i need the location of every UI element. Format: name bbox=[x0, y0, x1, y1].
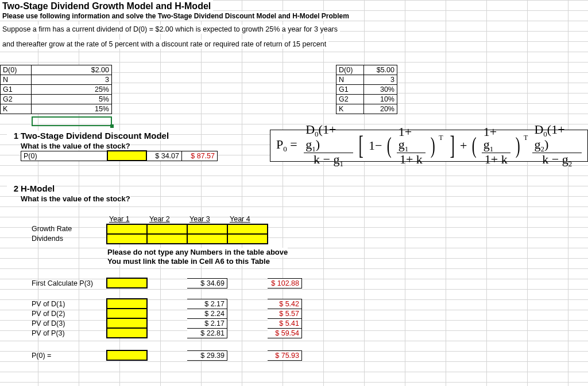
dividends-y2[interactable] bbox=[147, 234, 187, 244]
value-k[interactable]: 15% bbox=[32, 104, 112, 114]
label-k: K bbox=[1, 104, 32, 114]
pv-input[interactable] bbox=[107, 299, 147, 309]
inputs-table-b[interactable]: D(0)$5.00 N 3 G130% G210% K 20% bbox=[336, 65, 397, 114]
value-d0-b[interactable]: $5.00 bbox=[364, 65, 397, 75]
growth-rate-y4[interactable] bbox=[227, 224, 268, 234]
pv-label: PV of D(1) bbox=[29, 299, 107, 309]
value-g1-b[interactable]: 30% bbox=[364, 85, 397, 95]
growth-rate-label: Growth Rate bbox=[29, 224, 107, 234]
growth-rate-y3[interactable] bbox=[187, 224, 227, 234]
pv-result-a: $ 2.17 bbox=[187, 318, 227, 328]
inputs-table-a[interactable]: D(0)$2.00 N 3 G125% G25% K 15% bbox=[0, 65, 112, 114]
section-2-question: What is the value of the stock? bbox=[21, 194, 130, 203]
value-g2-b[interactable]: 10% bbox=[364, 95, 397, 104]
section-1-number: 1 bbox=[7, 131, 18, 141]
value-k-b[interactable]: 20% bbox=[364, 104, 397, 114]
year-2-header: Year 2 bbox=[147, 215, 187, 224]
table-row: PV of D(3)$ 2.17$ 5.41 bbox=[29, 318, 302, 328]
label-d0-b: D(0) bbox=[336, 65, 364, 75]
label-g1: G1 bbox=[1, 85, 32, 95]
pv-label: PV of D(3) bbox=[29, 318, 107, 328]
label-n: N bbox=[1, 75, 32, 85]
pv-input[interactable] bbox=[107, 328, 147, 338]
p0-final-table[interactable]: P(0) = $ 29.39 $ 75.93 bbox=[29, 350, 302, 361]
p0-result-b: $ 87.57 bbox=[182, 151, 218, 161]
dividends-y4[interactable] bbox=[227, 234, 268, 244]
problem-line-2: and thereafter grow at the rate of 5 per… bbox=[0, 40, 328, 49]
pv-result-b: $ 5.42 bbox=[268, 299, 302, 309]
label-k-b: K bbox=[336, 104, 364, 114]
two-stage-output-table[interactable]: P(0) $ 34.07 $ 87.57 bbox=[21, 150, 218, 161]
value-g1[interactable]: 25% bbox=[32, 85, 112, 95]
value-d0[interactable]: $2.00 bbox=[32, 65, 112, 75]
spreadsheet-area[interactable]: Two-Stage Dividend Growth Model and H-Mo… bbox=[0, 0, 588, 386]
p0-input[interactable] bbox=[107, 151, 146, 161]
pv-label: PV of D(2) bbox=[29, 309, 107, 318]
pv-input[interactable] bbox=[107, 318, 147, 328]
fcp3-table[interactable]: First Calculate P(3) $ 34.69 $ 102.88 bbox=[29, 278, 302, 288]
fcp3-input[interactable] bbox=[107, 278, 147, 288]
dividends-label: Dividends bbox=[29, 234, 107, 244]
section-2-number: 2 bbox=[7, 184, 18, 193]
note-1: Please do not type any Numbers in the ta… bbox=[107, 248, 288, 256]
label-g2: G2 bbox=[1, 95, 32, 104]
pv-result-b: $ 59.54 bbox=[268, 328, 302, 338]
table-row: PV of P(3)$ 22.81$ 59.54 bbox=[29, 328, 302, 338]
section-2-title: H-Model bbox=[21, 184, 55, 193]
value-n-b[interactable]: 3 bbox=[364, 75, 397, 85]
table-row: PV of D(2)$ 2.24$ 5.57 bbox=[29, 309, 302, 318]
fcp3-result-b: $ 102.88 bbox=[268, 278, 302, 288]
fcp3-label: First Calculate P(3) bbox=[29, 278, 107, 288]
pv-result-a: $ 2.17 bbox=[187, 299, 227, 309]
p0-final-input[interactable] bbox=[107, 350, 147, 360]
section-1-title: Two-Stage Dividend Discount Model bbox=[21, 131, 169, 141]
note-2: You must link the table in Cell A6 to th… bbox=[107, 257, 270, 266]
subtitle: Please use following information and sol… bbox=[0, 11, 351, 21]
dividends-y1[interactable] bbox=[107, 234, 147, 244]
year-1-header: Year 1 bbox=[107, 215, 147, 224]
label-d0: D(0) bbox=[1, 65, 32, 75]
title: Two-Stage Dividend Growth Model and H-Mo… bbox=[0, 0, 213, 13]
p0-label: P(0) bbox=[21, 151, 107, 161]
year-3-header: Year 3 bbox=[187, 215, 227, 224]
fcp3-result-a: $ 34.69 bbox=[187, 278, 227, 288]
section-1-question: What is the value of the stock? bbox=[21, 142, 130, 150]
p0-result-a: $ 34.07 bbox=[146, 151, 182, 161]
p0-final-a: $ 29.39 bbox=[187, 350, 227, 360]
value-n[interactable]: 3 bbox=[32, 75, 112, 85]
dividends-y3[interactable] bbox=[187, 234, 227, 244]
two-stage-formula: P0 = D0(1+ g1)k − g1 [ 1− ( 1+ g11+ k )T… bbox=[270, 130, 588, 162]
problem-line-1: Suppose a firm has a current dividend of… bbox=[0, 25, 340, 34]
pv-table[interactable]: PV of D(1)$ 2.17$ 5.42PV of D(2)$ 2.24$ … bbox=[29, 298, 302, 338]
p0-final-b: $ 75.93 bbox=[268, 350, 302, 360]
p0-final-label: P(0) = bbox=[29, 350, 107, 360]
label-g2-b: G2 bbox=[336, 95, 364, 104]
pv-result-a: $ 22.81 bbox=[187, 328, 227, 338]
label-g1-b: G1 bbox=[336, 85, 364, 95]
growth-rate-y1[interactable] bbox=[107, 224, 147, 234]
growth-rate-y2[interactable] bbox=[147, 224, 187, 234]
pv-result-a: $ 2.24 bbox=[187, 309, 227, 318]
table-row: PV of D(1)$ 2.17$ 5.42 bbox=[29, 299, 302, 309]
hmodel-years-table[interactable]: Year 1 Year 2 Year 3 Year 4 Growth Rate … bbox=[29, 214, 268, 244]
label-n-b: N bbox=[336, 75, 364, 85]
fill-handle[interactable] bbox=[110, 124, 114, 128]
pv-result-b: $ 5.57 bbox=[268, 309, 302, 318]
pv-result-b: $ 5.41 bbox=[268, 318, 302, 328]
value-g2[interactable]: 5% bbox=[32, 95, 112, 104]
pv-label: PV of P(3) bbox=[29, 328, 107, 338]
year-4-header: Year 4 bbox=[227, 215, 268, 224]
pv-input[interactable] bbox=[107, 309, 147, 318]
